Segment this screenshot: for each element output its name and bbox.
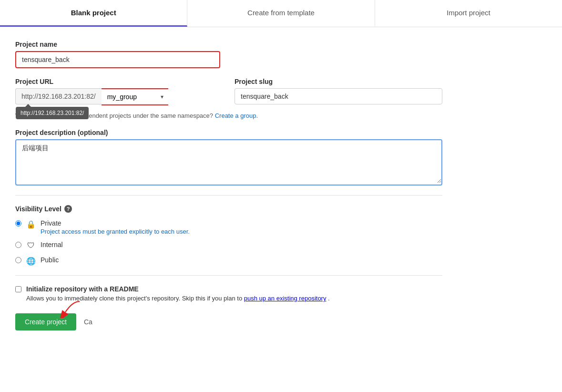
tab-import-label: Import project	[447, 9, 490, 17]
create-group-link[interactable]: Create a group.	[215, 112, 258, 119]
tab-blank-label: Blank project	[71, 9, 116, 17]
url-prefix: http://192.168.23.201:82/ http://192.168…	[15, 88, 102, 104]
visibility-radio-group: 🔒 Private Project access must be granted…	[15, 219, 442, 266]
arrow-indicator	[58, 299, 87, 320]
visibility-public-label: Public	[41, 256, 59, 264]
lock-icon: 🔒	[26, 219, 36, 229]
visibility-internal-option: 🛡 Internal	[15, 241, 442, 250]
project-name-label: Project name	[15, 41, 442, 48]
visibility-private-text: Private Project access must be granted e…	[41, 219, 190, 235]
project-slug-label: Project slug	[235, 78, 442, 85]
project-description-input[interactable]: 后端项目	[16, 140, 441, 183]
form-content: Project name Project URL http://192.168.…	[0, 27, 458, 344]
visibility-level-group: Visibility Level ? 🔒 Private Project acc…	[15, 205, 442, 266]
project-description-group: Project description (optional) 后端项目	[15, 129, 442, 186]
visibility-label: Visibility Level ?	[15, 205, 442, 213]
tab-create-from-template[interactable]: Create from template	[187, 0, 375, 27]
visibility-help-icon[interactable]: ?	[64, 205, 72, 213]
visibility-private-radio[interactable]	[15, 220, 21, 227]
url-prefix-text: http://192.168.23.201:82/	[21, 93, 96, 100]
section-divider-2	[15, 275, 442, 276]
url-tooltip: http://192.168.23.201:82/	[16, 107, 89, 119]
readme-checkbox[interactable]	[15, 286, 21, 292]
shield-icon: 🛡	[26, 241, 36, 250]
readme-label: Initialize repository with a README	[26, 285, 330, 293]
project-url-label: Project URL	[15, 78, 223, 85]
visibility-internal-radio[interactable]	[15, 242, 21, 248]
visibility-public-option: 🌐 Public	[15, 256, 442, 266]
visibility-internal-text: Internal	[41, 241, 63, 248]
visibility-public-radio[interactable]	[15, 257, 21, 263]
readme-push-link[interactable]: push up an existing repository	[244, 295, 327, 302]
project-name-input[interactable]	[15, 51, 220, 68]
visibility-private-desc: Project access must be granted explicitl…	[41, 228, 190, 235]
slug-section: Project slug	[235, 78, 442, 104]
tab-template-label: Create from template	[247, 9, 315, 17]
visibility-label-text: Visibility Level	[15, 205, 61, 213]
section-divider	[15, 195, 442, 196]
footer-actions: Create project Ca	[15, 313, 442, 330]
red-arrow-icon	[58, 299, 87, 318]
project-slug-input[interactable]	[235, 88, 442, 104]
project-description-label: Project description (optional)	[15, 129, 442, 136]
url-section: Project URL http://192.168.23.201:82/ ht…	[15, 78, 223, 108]
url-tooltip-text: http://192.168.23.201:82/	[20, 110, 84, 116]
description-textarea-container: 后端项目	[15, 139, 442, 186]
readme-desc-suffix: .	[328, 295, 330, 302]
url-row: http://192.168.23.201:82/ http://192.168…	[15, 88, 223, 105]
visibility-internal-label: Internal	[41, 241, 63, 248]
project-name-group: Project name	[15, 41, 442, 68]
tab-import-project[interactable]: Import project	[375, 0, 562, 27]
tab-blank-project[interactable]: Blank project	[0, 0, 187, 27]
tab-bar: Blank project Create from template Impor…	[0, 0, 562, 27]
url-slug-row: Project URL http://192.168.23.201:82/ ht…	[15, 78, 442, 108]
namespace-select-wrapper: my_group ▾	[102, 88, 168, 105]
globe-icon: 🌐	[26, 256, 36, 266]
visibility-private-label: Private	[41, 219, 190, 227]
visibility-private-option: 🔒 Private Project access must be granted…	[15, 219, 442, 235]
visibility-public-text: Public	[41, 256, 59, 264]
namespace-select[interactable]: my_group	[102, 88, 168, 105]
